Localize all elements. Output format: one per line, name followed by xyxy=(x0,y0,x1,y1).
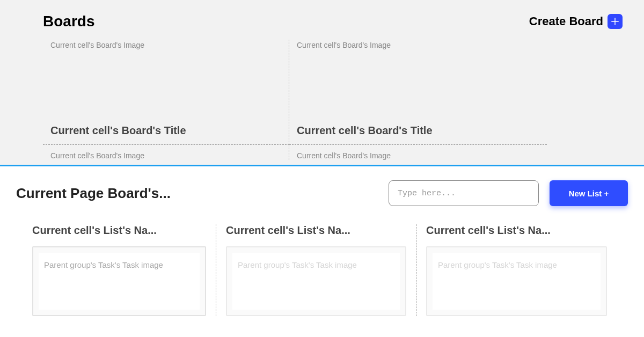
board-cell[interactable]: Current cell's Board's Image Current cel… xyxy=(289,40,547,145)
board-image-placeholder: Current cell's Board's Image xyxy=(297,41,539,49)
board-detail-panel: Current Page Board's... New List + Curre… xyxy=(0,166,644,337)
list-name: Current cell's List's Na... xyxy=(426,224,607,237)
task-card[interactable]: Parent group's Task's Task image xyxy=(426,246,607,316)
board-image-placeholder: Current cell's Board's Image xyxy=(50,151,281,160)
task-inner: Parent group's Task's Task image xyxy=(433,253,601,310)
search-input[interactable] xyxy=(389,180,539,206)
board-cell[interactable]: Current cell's Board's Image xyxy=(289,145,547,160)
list-name: Current cell's List's Na... xyxy=(226,224,406,237)
boards-grid-row2: Current cell's Board's Image Current cel… xyxy=(43,145,623,160)
boards-panel: Boards Create Board Current cell's Board… xyxy=(0,0,644,165)
lists-row: Current cell's List's Na... Parent group… xyxy=(16,224,628,316)
plus-icon xyxy=(608,14,623,29)
list-name: Current cell's List's Na... xyxy=(32,224,206,237)
task-image-placeholder: Parent group's Task's Task image xyxy=(438,260,595,270)
boards-title: Boards xyxy=(43,13,94,30)
new-list-button[interactable]: New List + xyxy=(550,180,628,206)
list-column: Current cell's List's Na... Parent group… xyxy=(16,224,216,316)
boards-grid: Current cell's Board's Image Current cel… xyxy=(43,40,623,145)
board-title: Current cell's Board's Title xyxy=(297,124,539,137)
board-detail-header: Current Page Board's... New List + xyxy=(16,180,628,206)
task-image-placeholder: Parent group's Task's Task image xyxy=(44,260,194,270)
board-title: Current cell's Board's Title xyxy=(50,124,281,137)
create-board-button[interactable]: Create Board xyxy=(529,14,623,29)
board-cell[interactable]: Current cell's Board's Image Current cel… xyxy=(43,40,289,145)
create-board-label: Create Board xyxy=(529,14,603,28)
boards-header: Boards Create Board xyxy=(43,13,623,30)
list-column: Current cell's List's Na... Parent group… xyxy=(416,224,617,316)
task-inner: Parent group's Task's Task image xyxy=(39,253,200,310)
list-column: Current cell's List's Na... Parent group… xyxy=(216,224,416,316)
task-inner: Parent group's Task's Task image xyxy=(232,253,400,310)
task-card[interactable]: Parent group's Task's Task image xyxy=(226,246,406,316)
task-card[interactable]: Parent group's Task's Task image xyxy=(32,246,206,316)
page-title: Current Page Board's... xyxy=(16,185,171,202)
task-image-placeholder: Parent group's Task's Task image xyxy=(238,260,394,270)
board-image-placeholder: Current cell's Board's Image xyxy=(50,41,281,49)
board-image-placeholder: Current cell's Board's Image xyxy=(297,151,539,160)
header-controls: New List + xyxy=(389,180,628,206)
board-cell[interactable]: Current cell's Board's Image xyxy=(43,145,289,160)
